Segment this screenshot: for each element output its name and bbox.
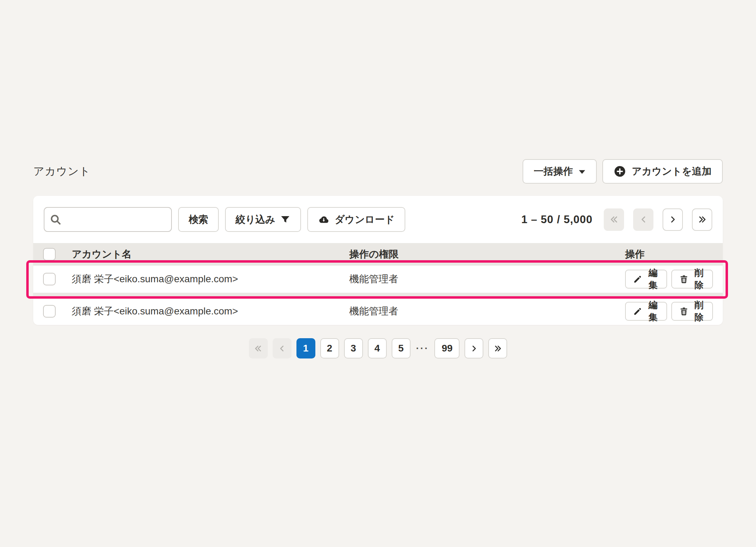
pagination-ellipsis: ··· [415,343,430,354]
account-name-cell: 須磨 栄子<eiko.suma@example.com> [72,272,349,286]
page-title: アカウント [33,164,91,179]
row-actions: 編集 削除 [625,270,713,289]
chevron-left-icon [639,215,648,224]
row-actions: 編集 削除 [625,302,713,321]
row-divider [33,293,723,298]
edit-button[interactable]: 編集 [625,270,667,289]
filter-button-label: 絞り込み [236,213,275,226]
next-page-button[interactable] [663,208,683,231]
delete-button[interactable]: 削除 [671,302,713,321]
accounts-table: アカウント名 操作の権限 操作 須磨 栄子<eiko.suma@example.… [33,243,723,325]
column-header-actions: 操作 [625,248,713,261]
pencil-icon [633,274,643,284]
last-page-button[interactable] [692,208,712,231]
download-button[interactable]: ダウンロード [307,207,405,232]
first-page-button[interactable] [249,338,268,358]
delete-button-label: 削除 [693,299,706,324]
search-button[interactable]: 検索 [178,207,219,232]
column-header-account-name: アカウント名 [72,248,349,261]
page-button-99[interactable]: 99 [434,338,460,358]
page-button-4[interactable]: 4 [368,338,387,358]
row-checkbox[interactable] [43,273,56,285]
toolbar: 検索 絞り込み ダウンロード [33,196,723,243]
trash-icon [679,274,689,284]
bulk-actions-button[interactable]: 一括操作 [523,159,597,184]
last-page-button[interactable] [488,338,507,358]
table-header-row: アカウント名 操作の権限 操作 [33,243,723,265]
cloud-download-icon [318,214,330,226]
page-header: アカウント 一括操作 アカウントを追加 [33,159,723,184]
edit-button-label: 編集 [647,299,659,324]
chevron-right-icon [470,344,478,353]
accounts-panel: 検索 絞り込み ダウンロード [33,196,723,325]
funnel-icon [280,214,290,225]
account-name-cell: 須磨 栄子<eiko.suma@example.com> [72,305,349,318]
table-row: 須磨 栄子<eiko.suma@example.com> 機能管理者 編集 [33,298,723,325]
bulk-actions-label: 一括操作 [534,165,573,178]
edit-button[interactable]: 編集 [625,302,667,321]
header-actions: 一括操作 アカウントを追加 [523,159,723,184]
add-account-label: アカウントを追加 [632,165,712,178]
caret-down-icon [579,169,586,174]
page-button-5[interactable]: 5 [392,338,411,358]
edit-button-label: 編集 [647,267,659,291]
search-box [44,207,172,232]
select-all-checkbox[interactable] [43,248,56,261]
double-chevron-left-icon [609,215,619,224]
next-page-button[interactable] [464,338,483,358]
delete-button-label: 削除 [693,267,706,291]
result-range: 1 – 50 / 5,000 [521,213,593,226]
page-button-1[interactable]: 1 [296,338,315,358]
trash-icon [679,306,689,316]
row-checkbox[interactable] [43,305,56,318]
toolbar-left: 検索 絞り込み ダウンロード [44,207,405,232]
filter-button[interactable]: 絞り込み [225,207,301,232]
table-row: 須磨 栄子<eiko.suma@example.com> 機能管理者 編集 [33,265,723,293]
double-chevron-right-icon [698,215,707,224]
plus-circle-icon [614,165,626,178]
column-header-permission: 操作の権限 [349,248,625,261]
prev-page-button[interactable] [633,208,653,231]
double-chevron-left-icon [254,344,262,353]
page-button-3[interactable]: 3 [344,338,363,358]
chevron-right-icon [668,215,678,224]
bottom-pagination: 1 2 3 4 5 ··· 99 [33,338,723,358]
add-account-button[interactable]: アカウントを追加 [602,159,723,184]
toolbar-pagination: 1 – 50 / 5,000 [521,208,712,231]
pencil-icon [633,306,643,316]
search-button-label: 検索 [189,213,208,226]
chevron-left-icon [278,344,286,353]
accounts-page: アカウント 一括操作 アカウントを追加 [0,159,756,358]
permission-cell: 機能管理者 [349,272,625,286]
download-button-label: ダウンロード [335,213,394,226]
first-page-button[interactable] [604,208,624,231]
page-button-2[interactable]: 2 [320,338,339,358]
double-chevron-right-icon [493,344,502,353]
search-input[interactable] [44,207,172,232]
delete-button[interactable]: 削除 [671,270,713,289]
permission-cell: 機能管理者 [349,305,625,318]
prev-page-button[interactable] [273,338,292,358]
